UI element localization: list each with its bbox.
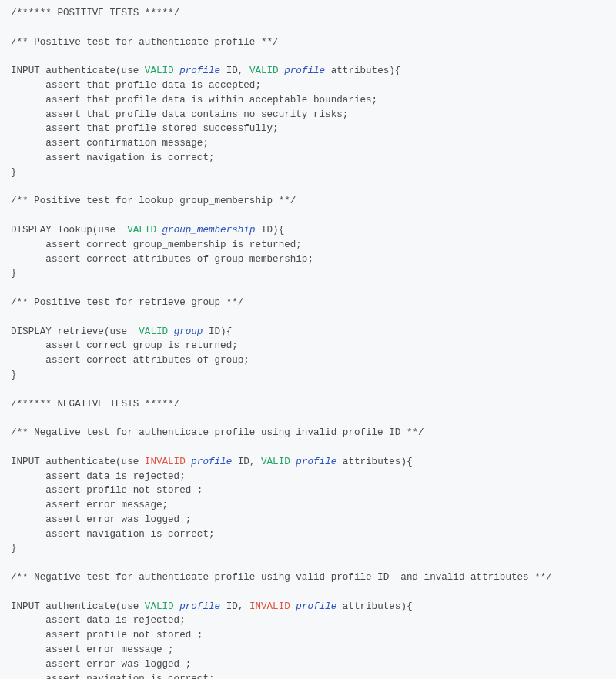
entity-token: profile <box>296 601 336 612</box>
text-token: assert that profile data is accepted; <box>11 80 261 91</box>
code-line: /** Positive test for lookup group_membe… <box>11 196 296 206</box>
code-line: assert confirmation message; <box>11 138 209 149</box>
code-line: assert that profile data contains no sec… <box>11 109 348 120</box>
code-line: assert navigation is correct; <box>11 152 215 163</box>
code-line: assert correct group is returned; <box>11 340 238 351</box>
text-token: assert correct group is returned; <box>11 340 238 351</box>
code-line: INPUT authenticate(use INVALID profile I… <box>11 457 413 467</box>
code-line: assert error message; <box>11 500 168 510</box>
text-token: assert that profile stored successfully; <box>11 123 279 134</box>
valid-token: VALID <box>145 601 174 612</box>
text-token: /** Positive test for authenticate profi… <box>11 37 279 48</box>
valid-token: VALID <box>127 225 156 236</box>
code-line: DISPLAY lookup(use VALID group_membershi… <box>11 225 284 236</box>
text-token: DISPLAY retrieve(use <box>11 326 139 337</box>
text-token: /** Positive test for lookup group_membe… <box>11 196 296 206</box>
text-token: /** Negative test for authenticate profi… <box>11 572 552 583</box>
entity-token: profile <box>284 65 325 76</box>
code-line: assert data is rejected; <box>11 471 186 482</box>
code-line: assert correct group_membership is retur… <box>11 239 302 250</box>
entity-token: group_membership <box>162 225 256 236</box>
text-token: /** Positive test for retrieve group **/ <box>11 297 243 308</box>
text-token: assert correct attributes of group_membe… <box>11 254 313 265</box>
code-line: } <box>11 543 17 554</box>
code-line: assert correct attributes of group_membe… <box>11 254 313 265</box>
code-line: assert that profile stored successfully; <box>11 123 279 134</box>
text-token: attributes){ <box>325 65 400 76</box>
code-line: /** Negative test for authenticate profi… <box>11 427 424 438</box>
text-token: assert error was logged ; <box>11 514 191 525</box>
text-token: /****** NEGATIVE TESTS *****/ <box>11 399 179 410</box>
text-token: ID, <box>232 457 261 467</box>
text-token: ID, <box>220 601 249 612</box>
invalid-token: INVALID <box>145 457 186 467</box>
code-line: assert error was logged ; <box>11 514 191 525</box>
text-token: ID){ <box>255 225 284 236</box>
entity-token: profile <box>191 457 232 467</box>
text-token: assert error message; <box>11 500 168 510</box>
text-token: assert data is rejected; <box>11 615 186 626</box>
text-token: } <box>11 543 17 554</box>
text-token: } <box>11 370 17 380</box>
code-line: } <box>11 167 17 178</box>
text-token: /** Negative test for authenticate profi… <box>11 427 424 438</box>
text-token: assert navigation is correct; <box>11 674 215 679</box>
text-token: assert navigation is correct; <box>11 529 215 540</box>
valid-token: VALID <box>249 65 279 76</box>
text-token: attributes){ <box>336 457 412 467</box>
text-token: assert correct attributes of group; <box>11 355 249 366</box>
code-line: assert profile not stored ; <box>11 485 203 496</box>
text-token: assert data is rejected; <box>11 471 186 482</box>
text-token: assert error message ; <box>11 644 174 655</box>
code-line: } <box>11 370 17 380</box>
code-line: assert correct attributes of group; <box>11 355 249 366</box>
entity-token: profile <box>179 65 220 76</box>
code-line: /****** NEGATIVE TESTS *****/ <box>11 399 179 410</box>
text-token: assert error was logged ; <box>11 659 191 670</box>
code-line: /** Positive test for retrieve group **/ <box>11 297 243 308</box>
entity-token: group <box>174 326 203 337</box>
code-line: assert that profile data is accepted; <box>11 80 261 91</box>
code-line: assert navigation is correct; <box>11 674 215 679</box>
code-line: INPUT authenticate(use VALID profile ID,… <box>11 601 413 612</box>
valid-token: VALID <box>261 457 290 467</box>
text-token: attributes){ <box>336 601 412 612</box>
code-line: assert that profile data is within accep… <box>11 95 377 105</box>
text-token: DISPLAY lookup(use <box>11 225 127 236</box>
code-line: INPUT authenticate(use VALID profile ID,… <box>11 65 400 76</box>
code-line: assert navigation is correct; <box>11 529 215 540</box>
invalid-token: INVALID <box>249 601 290 612</box>
code-line: /** Negative test for authenticate profi… <box>11 572 552 583</box>
code-line: } <box>11 268 17 279</box>
text-token: assert that profile data is within accep… <box>11 95 377 105</box>
text-token: INPUT authenticate(use <box>11 601 145 612</box>
text-token: } <box>11 167 17 178</box>
code-line: assert profile not stored ; <box>11 630 203 641</box>
code-line: /****** POSITIVE TESTS *****/ <box>11 8 179 18</box>
text-token: assert confirmation message; <box>11 138 209 149</box>
code-line: assert error message ; <box>11 644 174 655</box>
valid-token: VALID <box>139 326 168 337</box>
text-token: assert correct group_membership is retur… <box>11 239 302 250</box>
code-line: /** Positive test for authenticate profi… <box>11 37 279 48</box>
entity-token: profile <box>179 601 220 612</box>
text-token: assert navigation is correct; <box>11 152 215 163</box>
valid-token: VALID <box>145 65 174 76</box>
code-line: assert data is rejected; <box>11 615 186 626</box>
text-token: assert profile not stored ; <box>11 485 203 496</box>
text-token: ID){ <box>203 326 232 337</box>
text-token: } <box>11 268 17 279</box>
text-token: ID, <box>220 65 249 76</box>
code-line: DISPLAY retrieve(use VALID group ID){ <box>11 326 232 337</box>
text-token <box>168 326 174 337</box>
text-token: INPUT authenticate(use <box>11 65 145 76</box>
code-block: /****** POSITIVE TESTS *****/ /** Positi… <box>0 0 616 679</box>
text-token: assert profile not stored ; <box>11 630 203 641</box>
text-token: assert that profile data contains no sec… <box>11 109 348 120</box>
text-token <box>156 225 162 236</box>
entity-token: profile <box>296 457 336 467</box>
code-line: assert error was logged ; <box>11 659 191 670</box>
text-token: /****** POSITIVE TESTS *****/ <box>11 8 179 18</box>
text-token: INPUT authenticate(use <box>11 457 145 467</box>
